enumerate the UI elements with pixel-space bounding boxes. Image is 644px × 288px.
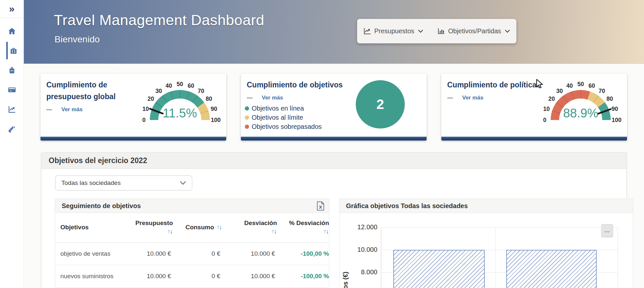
svg-text:10: 10: [543, 106, 550, 112]
col-desviacion-sort[interactable]: Desviación↑↓: [222, 213, 277, 243]
objetivos-count: 2: [376, 97, 384, 112]
excel-export-icon[interactable]: [317, 201, 324, 211]
svg-text:70: 70: [599, 88, 605, 94]
sidebar-item-tools[interactable]: [0, 123, 24, 135]
section-title: Objetivos del ejercicio 2022: [49, 156, 147, 165]
minus-icon: [447, 98, 453, 99]
ver-mas-link[interactable]: Ver más: [262, 95, 283, 101]
cell-presupuesto: 10.000 €: [118, 243, 173, 265]
chevron-down-icon: [418, 30, 423, 33]
svg-text:60: 60: [589, 83, 595, 89]
sidebar: »: [0, 0, 24, 288]
objetivos-section: Objetivos del ejercicio 2022 Todas las s…: [41, 152, 627, 288]
grafica-title: Gráfica objetivos Todas las sociedades: [346, 202, 468, 210]
grafica-panel: Gráfica objetivos Todas las sociedades O…: [339, 199, 633, 288]
svg-text:80: 80: [206, 96, 212, 102]
col-consumo-sort[interactable]: Consumo↑↓: [173, 213, 222, 243]
presupuestos-label: Presupuestos: [374, 27, 414, 35]
presupuestos-dropdown[interactable]: Presupuestos: [364, 27, 423, 35]
svg-text:10: 10: [142, 106, 149, 112]
legend-dot-yellow: [245, 115, 249, 120]
kpi-card-presupuesto-global: Cumplimiento de presupuesto global Ver m…: [40, 74, 226, 141]
seguimiento-panel: Seguimiento de objetivos Objetivos Presu…: [55, 199, 329, 288]
cell-desviacion: 10.000 €: [222, 265, 277, 288]
table-row: nuevos suministros 10.000 € 0 € 10.000 €…: [55, 265, 329, 288]
gauge-politicas: 010203040506070809010088.9%: [533, 78, 627, 127]
page-title: Travel Management Dashboard: [54, 12, 264, 29]
header-banner: Travel Management Dashboard Bienvenido P…: [24, 0, 644, 64]
gauge-presupuesto-global: 010203040506070809010011.5%: [133, 78, 226, 127]
bar-objetivo-1: [393, 250, 485, 288]
bar-chart: Objetivos (€) 12.00010.0008.000 ...: [339, 213, 633, 288]
ver-mas-link[interactable]: Ver más: [462, 95, 483, 101]
chevron-down-icon: [180, 181, 186, 185]
objetivos-count-circle: 2: [356, 80, 405, 129]
svg-text:20: 20: [148, 96, 154, 102]
mouse-cursor: [536, 79, 544, 89]
col-presupuesto-sort[interactable]: Presupuesto↑↓: [118, 213, 173, 243]
card-accent-bar: [40, 137, 226, 141]
svg-text:100: 100: [211, 117, 221, 123]
cell-desviacion: 10.000 €: [222, 243, 277, 265]
svg-text:40: 40: [165, 83, 172, 89]
home-icon: [8, 27, 16, 36]
svg-text:90: 90: [211, 106, 217, 112]
page-subtitle: Bienvenido: [55, 34, 100, 45]
tools-icon: [8, 125, 16, 133]
objetivos-table: Objetivos Presupuesto↑↓ Consumo↑↓ Desvia…: [55, 213, 329, 288]
objetivos-partidas-label: Objetivos/Partidas: [448, 27, 501, 35]
col-pct-desviacion-sort[interactable]: % Desviación↑↓: [277, 213, 329, 243]
y-tick-label: 10.000: [345, 246, 377, 253]
svg-text:60: 60: [188, 83, 194, 89]
plot-area: [381, 227, 618, 288]
svg-text:30: 30: [155, 88, 162, 94]
cell-consumo: 0 €: [173, 265, 222, 288]
svg-text:100: 100: [612, 117, 621, 123]
objetivos-partidas-dropdown[interactable]: Objetivos/Partidas: [437, 27, 510, 35]
legend-dot-red: [245, 125, 249, 129]
sociedades-select[interactable]: Todas las sociedades: [55, 175, 192, 190]
kpi-card-politicas: Cumplimiento de políticas Ver más 010203…: [441, 74, 627, 141]
sidebar-item-luggage[interactable]: [0, 64, 24, 76]
chevron-down-icon: [505, 30, 510, 33]
bar-chart-icon: [437, 28, 445, 35]
svg-text:11.5%: 11.5%: [163, 106, 197, 120]
svg-text:50: 50: [177, 81, 183, 87]
header-actions-panel: Presupuestos Objetivos/Partidas: [357, 19, 516, 43]
seguimiento-title: Seguimiento de objetivos: [62, 202, 141, 210]
svg-text:20: 20: [548, 96, 555, 102]
sidebar-item-payments[interactable]: [0, 84, 24, 96]
sidebar-expand-button[interactable]: »: [0, 0, 24, 18]
sort-icon[interactable]: ↑↓: [277, 228, 329, 235]
sort-icon[interactable]: ↑↓: [217, 224, 222, 231]
svg-text:0: 0: [543, 117, 546, 123]
sort-icon[interactable]: ↑↓: [222, 228, 277, 235]
legend-dot-teal: [245, 106, 249, 111]
cell-objetivo: nuevos suministros: [55, 265, 118, 288]
svg-text:50: 50: [577, 81, 584, 87]
ver-mas-link[interactable]: Ver más: [61, 106, 83, 113]
sidebar-item-reports[interactable]: [0, 103, 24, 115]
cell-presupuesto: 10.000 €: [118, 265, 173, 288]
chart-menu-button[interactable]: ...: [601, 224, 613, 237]
luggage-icon: [8, 66, 16, 75]
svg-text:0: 0: [142, 117, 146, 123]
svg-text:90: 90: [612, 106, 618, 112]
sidebar-item-home[interactable]: [0, 25, 24, 37]
credit-card-icon: [8, 85, 16, 94]
y-tick-label: 8.000: [345, 268, 377, 276]
cell-pct-desviacion: -100,00 %: [277, 243, 329, 265]
card-accent-bar: [441, 137, 627, 141]
svg-text:30: 30: [556, 88, 563, 94]
cell-consumo: 0 €: [173, 243, 222, 265]
svg-text:40: 40: [566, 83, 573, 89]
minus-icon: [247, 98, 253, 99]
sidebar-item-trips[interactable]: [0, 45, 25, 56]
card-title: Cumplimiento de presupuesto global: [40, 74, 144, 102]
grafica-panel-header: Gráfica objetivos Todas las sociedades: [339, 199, 633, 213]
sort-icon[interactable]: ↑↓: [118, 228, 173, 235]
sociedades-select-value: Todas las sociedades: [61, 179, 121, 187]
legend-item: Objetivos sobrepasados: [245, 122, 427, 131]
line-chart-icon: [364, 28, 371, 35]
svg-text:80: 80: [606, 96, 613, 102]
